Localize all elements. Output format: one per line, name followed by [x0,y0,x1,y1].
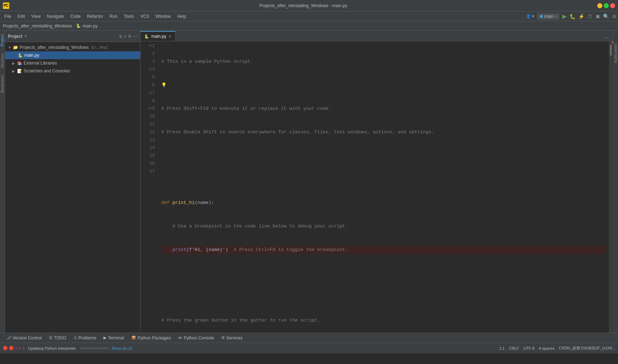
menu-run[interactable]: Run [107,13,120,20]
project-side-label[interactable]: Project [0,34,4,46]
tree-item-main-py[interactable]: 🐍 main.py [5,51,140,59]
menu-navigate[interactable]: Navigate [44,13,67,20]
fold-btn-9[interactable]: ⊟ [149,105,151,113]
profile-button[interactable]: ⏱ [587,14,592,19]
menu-vcs[interactable]: VCS [137,13,152,20]
breadcrumb-project[interactable]: Projects_after_reinstalling_Windows [3,24,72,29]
cursor-position[interactable]: 1:1 [499,346,505,350]
version-control-icon: ⎇ [6,335,11,340]
panel-settings-btn[interactable]: ⚙ [128,34,132,39]
menu-refactor[interactable]: Refactor [84,13,106,20]
tree-item-root[interactable]: ▼ 📁 Projects_after_reinstalling_Windows … [5,43,140,51]
menu-view[interactable]: View [29,13,44,20]
python-file-icon: 🐍 [76,24,81,28]
tree-label-scratches: Scratches and Consoles [24,68,70,73]
tab-more-button[interactable]: ⋯ [602,34,613,41]
search-everywhere-button[interactable]: 🔍 [603,14,609,19]
problems-icon: ⚠ [74,335,77,340]
panel-dropdown-arrow[interactable]: ▾ [25,34,27,39]
tree-item-scratches[interactable]: ▶ 📝 Scratches and Consoles [5,67,140,75]
line-num-8: 8 [141,97,155,105]
editor-code[interactable]: # This is a sample Python script. 💡 # Pr… [158,41,609,333]
show-all-button[interactable]: Show all (2) [112,346,132,350]
line-num-12: 12 [141,128,155,136]
menu-window[interactable]: Window [153,13,174,20]
minimize-button[interactable] [597,3,602,8]
editor-tab-main-py[interactable]: 🐍 main.py ✕ [141,31,176,41]
line-num-16: 16 [141,160,155,168]
bottom-tab-problems[interactable]: ⚠ Problems [70,334,100,342]
scroll-track[interactable] [609,41,612,333]
code-comment-12: # Press the green button in the gutter t… [161,317,320,324]
bottom-tab-problems-label: Problems [78,335,97,340]
menu-help[interactable]: Help [174,13,189,20]
stop-button[interactable]: ⏹ [595,14,600,19]
code-line-6 [161,175,606,183]
indent-setting[interactable]: 4 spaces [539,346,554,350]
bottom-tabs-row: ⎇ Version Control ☰ TODO ⚠ Problems ▶ Te… [3,333,246,343]
line-num-13: 13 [141,136,155,144]
run-button[interactable]: ▶ [562,13,567,20]
tree-label-main-py: main.py [24,53,39,58]
progress-bar-container [80,348,109,349]
tree-item-external-libs[interactable]: ▶ 📚 External Libraries [5,59,140,67]
menu-file[interactable]: File [1,13,14,20]
menu-edit[interactable]: Edit [15,13,28,20]
maximize-button[interactable] [604,3,609,8]
account-button[interactable]: 👤 ▾ [526,14,534,19]
editor-tabs: 🐍 main.py ✕ ⋯ [141,31,613,41]
menu-tools[interactable]: Tools [121,13,137,20]
menu-bar: File Edit View Navigate Code Refactor Ru… [0,11,618,21]
encoding[interactable]: UTF-8 [523,346,535,350]
fold-btn-4[interactable]: ⊟ [149,66,151,73]
panel-close-btn[interactable]: — [133,34,137,39]
line-num-6: 6 [141,81,155,89]
code-line-5 [161,152,606,160]
panel-locate-btn[interactable]: ⊕ [119,34,122,39]
fold-btn-7[interactable]: ⊟ [149,89,151,97]
bottom-tab-console-label: Python Console [184,335,214,340]
notifications-side-label[interactable]: Notifications [614,41,618,65]
code-9-close: }') [220,246,234,254]
code-line-4: # Press Double Shift to search everywher… [161,128,606,136]
scroll-thumb[interactable] [610,45,612,56]
structure-side-label[interactable]: Structure [0,53,4,68]
menu-code[interactable]: Code [67,13,83,20]
coverage-button[interactable]: ⚡ [578,14,584,19]
right-side-panel: Notifications [613,31,618,333]
code-comment-4: # Press Double Shift to search everywher… [161,128,434,136]
bottom-tab-python-console[interactable]: ≫ Python Console [174,334,218,342]
panel-collapse-btn[interactable]: ≡ [124,34,126,39]
bottom-tab-python-packages[interactable]: 📦 Python Packages [128,334,174,342]
bottom-tab-version-control[interactable]: ⎇ Version Control [3,334,45,342]
code-line-11 [161,293,606,301]
code-line-2: 💡 [161,81,606,89]
close-button[interactable] [610,3,615,8]
run-config-selector[interactable]: main ▾ [537,13,559,20]
code-comment-1: # This is a sample Python script. [161,58,253,66]
status-warning[interactable]: 🔴 🔴 1 ∧ ∨ [3,346,25,350]
services-icon: ⚙ [221,335,225,340]
debug-button[interactable]: 🐛 [569,14,576,19]
line-num-15: 15 [141,152,155,160]
window-controls[interactable] [597,3,615,8]
tree-label-ext: External Libraries [24,61,57,66]
line-num-7: ⊟7 [141,89,155,97]
editor-area: 🐍 main.py ✕ ⋯ ⊟1 2 3 ⊟4 5 6 ⊟7 8 ⊟9 [141,31,613,333]
line-numbers: ⊟1 2 3 ⊟4 5 6 ⊟7 8 ⊟9 10 11 12 13 14 15 … [141,41,158,333]
code-line-7: def print_hi(name): [161,199,606,207]
bottom-tab-services[interactable]: ⚙ Services [218,334,246,342]
settings-button[interactable]: ⚙ [612,14,617,19]
fold-btn-1[interactable]: ⊟ [149,42,151,50]
line-ending[interactable]: CRLF [509,346,519,350]
func-name: print_hi [172,199,194,207]
breadcrumb-file[interactable]: 🐍 main.py [76,24,97,29]
python-interpreter[interactable]: CSDN_@努力向前的JF_(s1hif... [559,345,615,351]
nav-down-icon[interactable]: ∨ [22,346,25,350]
bookmarks-side-label[interactable]: Bookmarks [0,75,4,93]
line-num-4: ⊟4 [141,66,155,73]
nav-up-icon[interactable]: ∧ [18,346,21,350]
bottom-tab-terminal[interactable]: ▶ Terminal [100,334,127,342]
bottom-tab-todo[interactable]: ☰ TODO [45,334,70,342]
tab-close-button[interactable]: ✕ [168,34,172,39]
